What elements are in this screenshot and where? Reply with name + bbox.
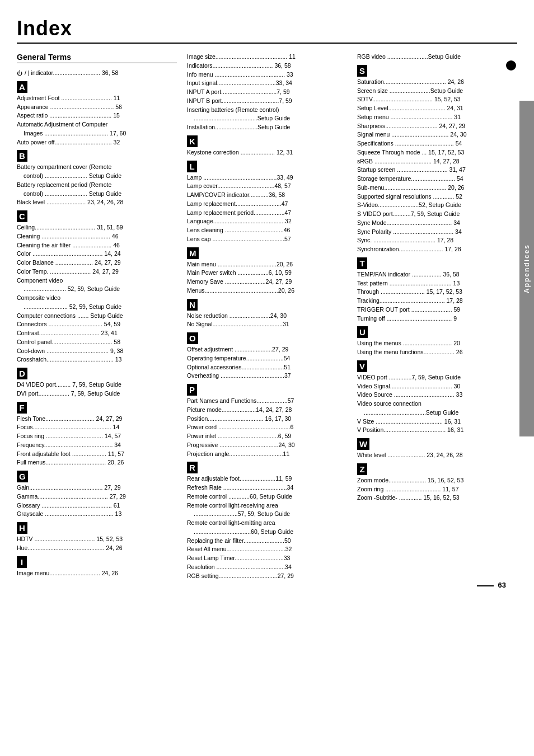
index-entry: Overheating ............................… (187, 372, 347, 381)
index-entry: Storage temperature.....................… (357, 175, 517, 184)
section-v: V VIDEO port ..............7, 59, Setup … (357, 360, 517, 435)
index-entry: Tracking................................… (357, 297, 517, 306)
index-entry: Info menu ..............................… (187, 71, 347, 79)
index-entry: Lamp replacement period.................… (187, 209, 347, 218)
index-entry: Sync Polarity ..........................… (357, 228, 517, 237)
index-entry: Cleaning ...............................… (17, 232, 177, 241)
index-entry: Keystone correction ....................… (187, 148, 347, 157)
index-entry: Aspect ratio ...........................… (17, 111, 177, 120)
section-i: I Image menu............................… (17, 556, 177, 578)
index-entry: ⏻ / | indicator.........................… (17, 69, 177, 78)
index-entry: INPUT B port............................… (187, 97, 347, 106)
index-entry: Lamp replacement........................… (187, 200, 347, 209)
index-entry: control) .......................... Setu… (17, 172, 177, 181)
index-entry: Full menus..............................… (17, 458, 177, 467)
index-entry: Position................................… (187, 415, 347, 424)
index-entry: Front adjustable foot ..................… (17, 450, 177, 459)
index-entry: Color Balance ....................... 24… (17, 259, 177, 267)
index-entry: Crosshatch..............................… (17, 355, 177, 364)
page-number-line (477, 585, 494, 586)
index-entry: Control panel...........................… (17, 338, 177, 347)
index-entry: Squeeze Through mode ... 15, 17, 52, 53 (357, 148, 517, 157)
index-entry: Reset All menu..........................… (187, 545, 347, 554)
letter-r: R (187, 462, 198, 473)
letter-l: L (187, 161, 197, 172)
index-entry: Sync Mode...............................… (357, 219, 517, 228)
section-c: C Ceiling...............................… (17, 210, 177, 364)
index-entry: Component video (17, 276, 177, 285)
index-entry: Test pattern ...........................… (357, 279, 517, 288)
index-entry: TEMP/FAN indicator .................. 36… (357, 270, 517, 279)
index-entry: Zoom -Subtitle- .............. 15, 16, 5… (357, 494, 517, 503)
index-entry: No Signal...............................… (187, 320, 347, 329)
index-entry: Operating temperature...................… (187, 354, 347, 363)
page-number: 63 (498, 581, 506, 589)
index-entry: ...........................57, 59, Setup… (187, 510, 347, 519)
index-entry: Video source connection (357, 400, 517, 408)
index-entry: ......................................Se… (357, 408, 517, 417)
index-entry: Rear adjustable foot....................… (187, 475, 347, 483)
section-z: Z Zoom mode....................... 15, 1… (357, 463, 517, 503)
index-entry: Video Source ...........................… (357, 391, 517, 400)
index-entry: V Size .................................… (357, 417, 517, 426)
section-rgb: RGB video .........................Setup… (357, 53, 517, 62)
index-entry: LAMP/COVER indicator............36, 58 (187, 191, 347, 200)
index-entry: Supported signal resolutions ...........… (357, 192, 517, 201)
index-entry: Battery replacement period (Remote (17, 181, 177, 190)
index-entry: Ceiling.................................… (17, 223, 177, 232)
general-terms-header: General Terms (17, 53, 177, 63)
index-entry: Lens cleaning ..........................… (187, 226, 347, 235)
letter-d: D (17, 368, 27, 379)
section-d: D D4 VIDEO port......... 7, 59, Setup Gu… (17, 368, 177, 398)
index-entry: Saturation..............................… (357, 78, 517, 87)
index-entry: Reset Lamp Timer........................… (187, 554, 347, 563)
index-entry: Focus...................................… (17, 423, 177, 432)
title-divider (17, 43, 517, 44)
index-entry: VIDEO port ..............7, 59, Setup Gu… (357, 373, 517, 382)
index-entry: Signal menu ............................… (357, 130, 517, 139)
index-entry: Battery compartment cover (Remote (17, 163, 177, 172)
section-i-cont: Image size..............................… (187, 53, 347, 132)
index-entry: Setup menu .............................… (357, 113, 517, 122)
index-entry: Memory Save .........................24,… (187, 278, 347, 287)
column-2: Image size..............................… (187, 53, 357, 584)
index-entry: Inserting batteries (Remote control) (187, 106, 347, 115)
letter-c: C (17, 210, 27, 222)
index-entry: Indicators..............................… (187, 62, 347, 71)
index-entry: Installation..........................Se… (187, 123, 347, 132)
section-n: N Noise reduction ......................… (187, 299, 347, 330)
index-entry: sRGB ...................................… (357, 157, 517, 166)
letter-p: P (187, 384, 197, 396)
section-t: T TEMP/FAN indicator .................. … (357, 257, 517, 323)
letter-u: U (357, 326, 368, 338)
index-entry: Zoom ring ..............................… (357, 485, 517, 494)
section-a: A Adjustment Foot ......................… (17, 81, 177, 147)
index-entry: Video Signal............................… (357, 382, 517, 391)
index-entry: Lamp cover..............................… (187, 182, 347, 191)
letter-h: H (17, 522, 27, 534)
index-entry: Connectors .............................… (17, 320, 177, 329)
index-entry: Power cord .............................… (187, 423, 347, 432)
index-entry: Projection angle........................… (187, 450, 347, 459)
index-entry: Sync. ..................................… (357, 236, 517, 245)
section-b: B Battery compartment cover (Remote cont… (17, 150, 177, 207)
index-entry: Composite video (17, 294, 177, 303)
index-entry: Main menu ..............................… (187, 260, 347, 269)
letter-k: K (187, 135, 198, 147)
index-entry: DVI port................... 7, 59, Setup… (17, 389, 177, 398)
letter-g: G (17, 471, 28, 482)
appendices-label: Appendices (523, 244, 531, 293)
index-entry: Automatic Adjustment of Computer (17, 120, 177, 129)
index-entry: Offset adjustment ......................… (187, 345, 347, 354)
index-entry: V Position..............................… (357, 426, 517, 435)
index-entry: Noise reduction ........................… (187, 312, 347, 321)
index-entry: Lamp ...................................… (187, 173, 347, 182)
index-entry: Menus...................................… (187, 287, 347, 295)
index-entry: Auto power off..........................… (17, 138, 177, 147)
index-entry: Color Temp. ......................... 24… (17, 267, 177, 276)
index-entry: Computer connections ....... Setup Guide (17, 312, 177, 321)
index-entry: ........................... 52, 59, Setu… (17, 303, 177, 312)
section-w: W White level ....................... 23… (357, 438, 517, 460)
index-entry: S-Video.........................52, Setu… (357, 201, 517, 210)
index-entry: Input signal............................… (187, 79, 347, 88)
